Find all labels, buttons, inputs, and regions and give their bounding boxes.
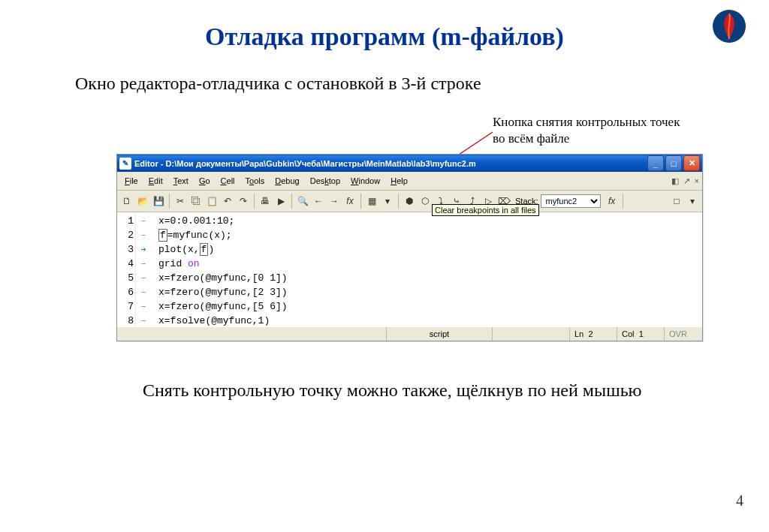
- breakpoint-gutter[interactable]: – – ➔ – – – – –: [136, 212, 151, 326]
- status-mode: script: [386, 327, 492, 341]
- status-ovr: OVR: [664, 327, 702, 341]
- annotation-text: Кнопка снятия контрольных точек во всём …: [493, 114, 680, 147]
- cursor-box: f: [158, 229, 167, 242]
- close-button[interactable]: ✕: [683, 155, 700, 171]
- variable-highlight: f: [200, 243, 209, 256]
- menu-window[interactable]: Window: [346, 176, 384, 186]
- undo-icon[interactable]: ↶: [220, 194, 235, 209]
- redo-icon[interactable]: ↷: [236, 194, 251, 209]
- organization-logo: [712, 9, 746, 44]
- slide-subtitle: Окно редактора-отладчика с остановкой в …: [75, 74, 769, 94]
- window-titlebar[interactable]: ✎ Editor - D:\Мои документы\Papa\Gubkin\…: [117, 155, 702, 172]
- stack-select[interactable]: myfunc2: [541, 194, 601, 208]
- menu-help[interactable]: Help: [386, 176, 412, 186]
- tooltip: Clear breakpoints in all files: [432, 204, 539, 216]
- code-text[interactable]: x=0:0.001:10; f=myfunc(x); plot(x,f) gri…: [151, 212, 702, 326]
- statusbar: script Ln 2 Col 1 OVR: [117, 326, 702, 341]
- window-title-text: Editor - D:\Мои документы\Papa\Gubkin\Уч…: [134, 159, 647, 168]
- menubar: File Edit Text Go Cell Tools Debug Deskt…: [117, 172, 702, 191]
- page-number: 4: [736, 492, 743, 509]
- menu-desktop[interactable]: Desktop: [306, 176, 345, 186]
- toolbar: 🗋 📂 💾 ✂ ⿻ 📋 ↶ ↷ 🖶 ▶ 🔍 ← → fx ▦ ▾ ⬢ ⬡ ⤵ ⤷…: [117, 191, 702, 212]
- collapse-icon[interactable]: □: [669, 194, 684, 209]
- run-icon[interactable]: ▶: [273, 194, 288, 209]
- editor-window: ✎ Editor - D:\Мои документы\Papa\Gubkin\…: [116, 154, 703, 341]
- status-col: Col 1: [617, 327, 664, 341]
- menu-edit[interactable]: Edit: [144, 176, 167, 186]
- nav-back-icon[interactable]: ←: [311, 194, 326, 209]
- cut-icon[interactable]: ✂: [173, 194, 188, 209]
- print-icon[interactable]: 🖶: [258, 194, 273, 209]
- menu-go[interactable]: Go: [195, 176, 215, 186]
- copy-icon[interactable]: ⿻: [188, 194, 204, 209]
- undock-button[interactable]: ↗: [683, 176, 690, 186]
- fx-icon[interactable]: fx: [342, 194, 357, 209]
- current-line-arrow-icon: ➔: [140, 244, 146, 255]
- cell-eval-icon[interactable]: ▦: [364, 194, 379, 209]
- menu-cell[interactable]: Cell: [216, 176, 240, 186]
- fx2-icon[interactable]: fx: [605, 194, 620, 209]
- editor-app-icon: ✎: [119, 158, 131, 170]
- status-line: Ln 2: [569, 327, 617, 341]
- nav-fwd-icon[interactable]: →: [327, 194, 342, 209]
- expand-icon[interactable]: ▾: [685, 194, 700, 209]
- menu-debug[interactable]: Debug: [270, 176, 303, 186]
- code-area[interactable]: 1 2 3 4 5 6 7 8 – – ➔ – – – – – x=0:0.00…: [117, 212, 702, 326]
- slide-title: Отладка программ (m-файлов): [0, 23, 769, 51]
- dock-button[interactable]: ◧: [671, 176, 679, 186]
- menu-tools[interactable]: Tools: [241, 176, 270, 186]
- maximize-button[interactable]: □: [665, 155, 682, 171]
- inner-close-button[interactable]: ×: [695, 176, 699, 186]
- line-number-gutter: 1 2 3 4 5 6 7 8: [117, 212, 136, 326]
- clear-breakpoint-icon[interactable]: ⬡: [418, 194, 433, 209]
- save-icon[interactable]: 💾: [151, 194, 166, 209]
- new-file-icon[interactable]: 🗋: [119, 194, 134, 209]
- paste-icon[interactable]: 📋: [204, 194, 219, 209]
- open-file-icon[interactable]: 📂: [135, 194, 150, 209]
- minimize-button[interactable]: _: [647, 155, 664, 171]
- footer-text: Снять контрольную точку можно также, щёл…: [143, 380, 642, 401]
- menu-text[interactable]: Text: [169, 176, 193, 186]
- menu-file[interactable]: File: [120, 176, 143, 186]
- set-breakpoint-icon[interactable]: ⬢: [402, 194, 417, 209]
- find-icon[interactable]: 🔍: [295, 194, 310, 209]
- cell-divider-icon[interactable]: ▾: [380, 194, 395, 209]
